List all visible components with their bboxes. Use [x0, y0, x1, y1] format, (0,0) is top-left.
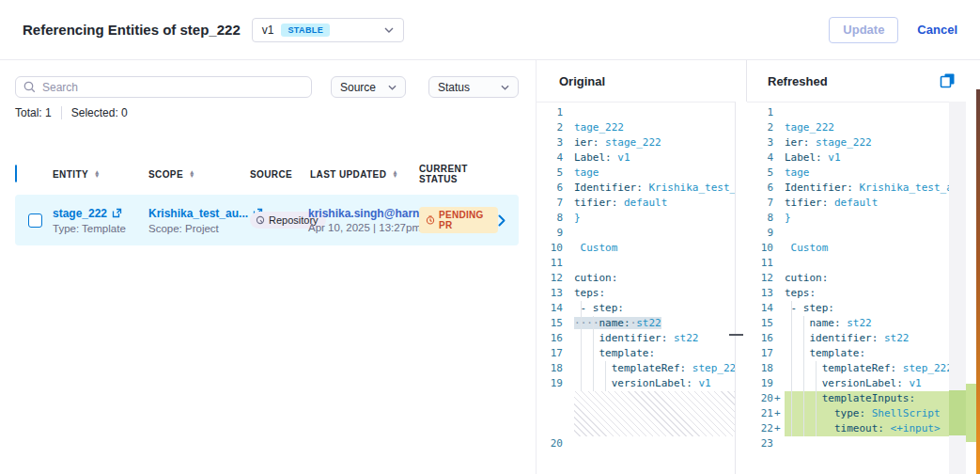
code-text[interactable] [574, 226, 735, 241]
code-text[interactable]: Identifier: Krishika_test_aut [785, 181, 952, 196]
code-text[interactable]: template: [785, 346, 952, 361]
code-text[interactable]: templateRef: step_222 [574, 361, 735, 376]
code-line[interactable]: 3ier: stage_222 [537, 135, 735, 150]
search-input[interactable] [42, 81, 303, 94]
code-line[interactable]: 20 [537, 436, 735, 451]
sort-icon[interactable]: ▲▼ [94, 170, 101, 179]
code-text[interactable]: tage_222 [785, 120, 952, 135]
code-line[interactable]: 4Label: v1 [747, 150, 952, 166]
code-line[interactable]: 8} [537, 211, 735, 226]
external-link-icon[interactable] [112, 208, 122, 218]
code-line[interactable]: 13teps: [747, 286, 952, 301]
code-text[interactable]: tage_222 [574, 120, 735, 135]
code-text[interactable]: templateRef: step_222 [785, 361, 952, 376]
refreshed-code-panel[interactable]: 12tage_2223ier: stage_2224Label: v15tage… [747, 102, 980, 474]
code-line[interactable]: 6Identifier: Krishika_test_aut [747, 181, 952, 196]
original-code-panel[interactable]: 12tage_2223ier: stage_2224Label: v15tage… [537, 102, 747, 474]
code-line[interactable]: 12cution: [537, 271, 735, 286]
code-text[interactable] [785, 436, 952, 451]
code-line[interactable]: 10 Custom [537, 241, 735, 256]
code-text[interactable]: name: st22 [785, 316, 952, 331]
code-line[interactable]: 21+ type: ShellScript [747, 406, 952, 421]
sort-icon[interactable]: ▲▼ [189, 170, 195, 179]
code-line[interactable]: 10 Custom [747, 241, 952, 256]
code-line[interactable]: 16 identifier: st22 [537, 331, 735, 346]
code-line[interactable]: 8} [747, 211, 952, 226]
code-line[interactable]: 4Label: v1 [537, 150, 735, 166]
code-text[interactable]: tifier: default [574, 196, 735, 211]
code-text[interactable]: teps: [785, 286, 952, 301]
code-text[interactable]: Custom [574, 241, 735, 256]
code-text[interactable] [785, 226, 952, 241]
code-text[interactable]: ier: stage_222 [785, 135, 952, 150]
code-line[interactable]: 12cution: [747, 271, 952, 286]
code-line[interactable]: 19 versionLabel: v1 [537, 376, 735, 391]
code-text[interactable]: templateInputs: [785, 391, 952, 406]
code-line[interactable]: 3ier: stage_222 [747, 135, 952, 150]
code-line[interactable]: 9 [537, 226, 735, 241]
code-text[interactable] [785, 105, 952, 120]
code-text[interactable]: versionLabel: v1 [574, 376, 735, 391]
code-text[interactable]: } [785, 211, 952, 226]
code-line[interactable]: 5tage [747, 166, 952, 181]
code-line[interactable]: 1 [537, 105, 735, 120]
code-text[interactable] [574, 105, 735, 120]
version-select[interactable]: v1 STABLE [252, 18, 404, 42]
update-button[interactable]: Update [829, 17, 898, 43]
overview-ruler[interactable] [949, 102, 966, 474]
code-line[interactable]: 17 template: [747, 346, 952, 361]
code-line[interactable]: 5tage [537, 166, 735, 181]
code-line[interactable]: 2tage_222 [537, 120, 735, 135]
code-line[interactable]: 14 - step: [537, 301, 735, 316]
code-line[interactable]: 2tage_222 [747, 120, 952, 135]
code-text[interactable]: Label: v1 [574, 150, 735, 166]
code-text[interactable]: identifier: st22 [574, 331, 735, 346]
code-text[interactable]: tage [785, 166, 952, 181]
code-line[interactable]: 19 versionLabel: v1 [747, 376, 952, 391]
code-line[interactable]: 1 [747, 105, 952, 120]
chevron-right-icon[interactable] [498, 214, 519, 227]
sort-icon[interactable]: ▲▼ [392, 170, 398, 179]
diff-sash-indicator[interactable] [729, 334, 743, 336]
entity-link[interactable]: stage_222 [53, 207, 107, 220]
code-text[interactable]: teps: [574, 286, 735, 301]
code-text[interactable]: tifier: default [785, 196, 952, 211]
copy-icon[interactable] [940, 72, 956, 88]
code-text[interactable] [785, 256, 952, 271]
code-text[interactable]: - step: [574, 301, 735, 316]
code-line[interactable]: 7tifier: default [747, 196, 952, 211]
table-row[interactable]: stage_222 Type: Template Krishika_test_a… [15, 195, 519, 245]
row-checkbox[interactable] [28, 213, 42, 228]
code-line[interactable]: 15····name:·st22 [537, 316, 735, 331]
code-line[interactable]: 9 [747, 226, 952, 241]
code-text[interactable]: } [574, 211, 735, 226]
code-text[interactable]: Label: v1 [785, 150, 952, 166]
code-text[interactable]: cution: [785, 271, 952, 286]
code-text[interactable]: tage [574, 166, 735, 181]
code-line[interactable]: 17 template: [537, 346, 735, 361]
select-all-checkbox[interactable] [15, 165, 17, 182]
code-text[interactable] [574, 256, 735, 271]
code-text[interactable]: Custom [785, 241, 952, 256]
code-text[interactable]: identifier: st22 [785, 331, 952, 346]
code-text[interactable]: - step: [785, 301, 952, 316]
code-line[interactable]: 18 templateRef: step_222 [747, 361, 952, 376]
code-line[interactable]: 7tifier: default [537, 196, 735, 211]
code-text[interactable]: ier: stage_222 [574, 135, 735, 150]
code-text[interactable]: timeout: <+input> [785, 421, 952, 436]
status-filter[interactable]: Status [428, 76, 519, 98]
code-text[interactable]: type: ShellScript [785, 406, 952, 421]
code-line[interactable]: 23 [747, 436, 952, 451]
code-line[interactable]: 22+ timeout: <+input> [747, 421, 952, 436]
cancel-button[interactable]: Cancel [917, 23, 957, 37]
scope-link[interactable]: Krishika_test_au... [148, 207, 248, 220]
code-text[interactable]: template: [574, 346, 735, 361]
code-line[interactable]: 6Identifier: Krishika_test_aut [537, 181, 735, 196]
code-line[interactable]: 11 [537, 256, 735, 271]
code-text[interactable]: Identifier: Krishika_test_aut [574, 181, 735, 196]
code-text[interactable]: cution: [574, 271, 735, 286]
code-line[interactable]: 15 name: st22 [747, 316, 952, 331]
minimap[interactable] [966, 102, 976, 474]
code-line[interactable]: 18 templateRef: step_222 [537, 361, 735, 376]
code-line[interactable]: 14 - step: [747, 301, 952, 316]
